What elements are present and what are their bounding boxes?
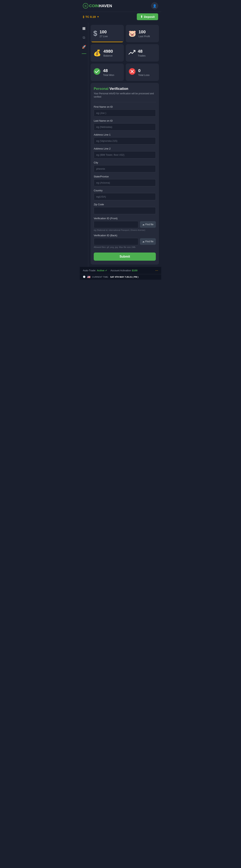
sidebar-item-rocket[interactable]: 🚀 (81, 44, 87, 50)
main-layout: ▦ ⧉ 🚀 $ 100 27 Live 🐷 100 (80, 23, 161, 267)
user-icon: 👤 (153, 4, 157, 8)
check-icon: ✔ (105, 269, 107, 272)
stat-info-loss: 0 Total Loss (138, 68, 150, 76)
form-group-verification-front: Verification ID (Front) ☁ Find file eg (… (94, 217, 156, 231)
title-rest: Verification (108, 87, 128, 91)
form-group-first-name: First Name on ID (94, 105, 156, 117)
stats-grid: $ 100 27 Live 🐷 100 Last Profit 💰 4980 (90, 25, 159, 81)
status-bar: 🕐 🇺🇸 CURRENT TIME: SAT 4TH MAY 7:25:21 (… (80, 274, 161, 280)
rocket-icon: 🚀 (82, 45, 86, 49)
label-city: City (94, 161, 156, 164)
more-button[interactable]: ··· (155, 269, 158, 273)
stat-card-total-won: 48 Total Won (90, 64, 124, 81)
trade-icon (129, 49, 135, 57)
find-file-back-button[interactable]: ☁ Find file (140, 238, 156, 245)
label-state: State/Provice (94, 175, 156, 178)
input-zip[interactable] (94, 207, 156, 214)
account-amount: $100 (132, 269, 137, 272)
sub-header: ₿ TC 0.19 ▼ ⬆ Deposit (80, 12, 161, 23)
label-address-1: Address Line 1 (94, 133, 156, 136)
form-group-address-2: Address Line 2 (94, 147, 156, 158)
upload-icon: ⬆ (140, 15, 143, 19)
auto-trade-label: Auto-Trade: (83, 269, 96, 272)
label-address-2: Address Line 2 (94, 147, 156, 150)
find-file-back-label: Find file (145, 240, 154, 243)
input-address-1[interactable] (94, 137, 156, 145)
verification-title: Personal Verification (94, 87, 156, 91)
logo-text: COINHAVEN (89, 4, 112, 8)
file-input-row-back: ☁ Find file (94, 238, 156, 245)
stat-card-trades: 48 Trades (126, 44, 159, 62)
svg-text:G: G (85, 4, 86, 7)
stat-card-total-loss: 0 Total Loss (126, 64, 159, 81)
input-address-2[interactable] (94, 151, 156, 158)
input-city[interactable] (94, 165, 156, 173)
deposit-label: Deposit (144, 15, 155, 19)
stat-info-profit: 100 Last Profit (138, 29, 150, 38)
time-label: CURRENT TIME: (92, 276, 109, 278)
find-file-front-button[interactable]: ☁ Find file (140, 221, 156, 228)
stat-label-live: 27 Live (100, 35, 108, 38)
copy-icon: ⧉ (83, 36, 85, 40)
input-verification-front[interactable] (94, 221, 138, 228)
stat-info-live: 100 27 Live (100, 29, 108, 38)
account-label: Account Activation (110, 269, 131, 272)
submit-label: Submit (119, 255, 130, 258)
stat-card-live-trades: $ 100 27 Live (90, 25, 124, 42)
btc-balance[interactable]: ₿ TC 0.19 ▼ (83, 15, 99, 19)
label-country: Country (94, 189, 156, 192)
stat-value-won: 48 (103, 68, 114, 73)
dollar-icon: $ (93, 29, 97, 38)
bottom-bar-left: Auto-Trade: Active ✔ Account Activation … (83, 269, 137, 272)
file-hint-front: eg (National id, international Passport,… (94, 229, 156, 231)
logo: G COINHAVEN (83, 3, 112, 8)
stat-info-trades: 48 Trades (138, 49, 145, 57)
sidebar-item-chart[interactable]: ▦ (81, 26, 87, 31)
upload-icon-front: ☁ (142, 223, 144, 226)
logo-icon: G (83, 3, 88, 8)
form-group-city: City (94, 161, 156, 173)
stat-value-profit: 100 (138, 29, 150, 34)
input-country[interactable] (94, 193, 156, 200)
form-group-last-name: Last Name on ID (94, 119, 156, 130)
deposit-button[interactable]: ⬆ Deposit (137, 13, 158, 20)
stat-value-trades: 48 (138, 49, 145, 54)
input-state[interactable] (94, 179, 156, 186)
svg-point-2 (94, 68, 100, 75)
piggy-icon: 🐷 (129, 30, 136, 37)
input-verification-back[interactable] (94, 238, 138, 245)
logo-coin: COIN (89, 4, 99, 8)
stat-label-balance: Balance (103, 54, 113, 57)
stat-info-won: 48 Total Won (103, 68, 114, 76)
submit-button[interactable]: Submit (94, 252, 156, 261)
account-activation: Account Activation $100 (110, 269, 137, 272)
label-first-name: First Name on ID (94, 105, 156, 108)
input-last-name[interactable] (94, 123, 156, 130)
file-input-row-front: ☁ Find file (94, 221, 156, 228)
auto-trade-status: Active (97, 269, 104, 272)
form-group-address-1: Address Line 1 (94, 133, 156, 145)
stat-info-balance: 4980 Balance (103, 49, 113, 57)
chevron-down-icon: ▼ (97, 16, 99, 18)
header: G COINHAVEN 👤 (80, 0, 161, 12)
label-zip: Zip Code (94, 203, 156, 206)
avatar-button[interactable]: 👤 (151, 2, 158, 9)
balance-icon: 💰 (93, 49, 101, 57)
sidebar-item-copy[interactable]: ⧉ (81, 35, 87, 40)
stat-label-loss: Total Loss (138, 73, 150, 76)
stat-value-loss: 0 (138, 68, 150, 73)
verification-subtitle: Your Personal info/ID for verification w… (94, 92, 156, 99)
stat-card-last-profit: 🐷 100 Last Profit (126, 25, 159, 42)
stat-value-live: 100 (100, 29, 108, 34)
stat-value-balance: 4980 (103, 49, 113, 54)
clock-icon: 🕐 (83, 276, 86, 278)
logo-rest: HAVEN (99, 4, 112, 8)
title-personal: Personal (94, 87, 108, 91)
file-hint-back: Allowed files: gif, png, jpg. Max file s… (94, 246, 156, 248)
stat-label-profit: Last Profit (138, 35, 150, 38)
verification-section: Personal Verification Your Personal info… (90, 83, 159, 265)
bottom-bar: Auto-Trade: Active ✔ Account Activation … (80, 267, 161, 274)
sidebar: ▦ ⧉ 🚀 (80, 23, 88, 267)
input-first-name[interactable] (94, 110, 156, 117)
find-file-front-label: Find file (145, 223, 154, 226)
